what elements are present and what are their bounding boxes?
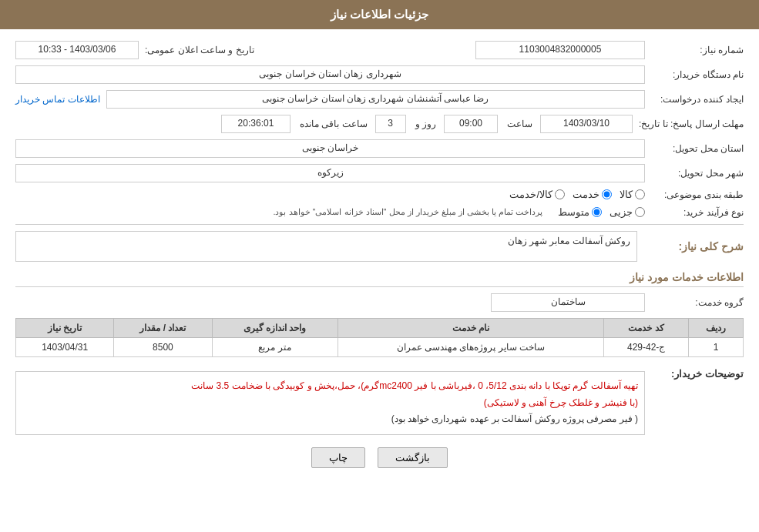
print-button[interactable]: چاپ (311, 447, 365, 468)
buyer-org-value: شهرداری زهان استان خراسان جنوبی (15, 65, 645, 84)
service-group-label: گروه خدمت: (651, 297, 744, 308)
service-group-value: ساختمان (491, 293, 645, 312)
deadline-days-label: روز و (415, 119, 436, 129)
purchase-type-motavaset: متوسط (558, 206, 602, 218)
services-table: ردیف کد خدمت نام خدمت واحد اندازه گیری ت… (15, 318, 744, 357)
creator-label: ایجاد کننده درخواست: (651, 94, 744, 105)
category-label: طبقه بندی موضوعی: (651, 189, 744, 200)
buyer-desc-line-2: (با فنیشر و غلطک چرخ آهنی و لاستیکی) (22, 395, 638, 412)
col-header-unit: واحد اندازه گیری (212, 319, 338, 338)
city-row: شهر محل تحویل: زیرکوه (15, 164, 744, 182)
table-head: ردیف کد خدمت نام خدمت واحد اندازه گیری ت… (16, 319, 744, 338)
deadline-time-label: ساعت (507, 119, 532, 129)
province-value: خراسان جنوبی (15, 139, 645, 158)
need-number-label: شماره نیاز: (651, 45, 744, 55)
button-row: بازگشت چاپ (15, 447, 744, 468)
category-label-khedmat: خدمت (573, 189, 599, 200)
category-radio-khedmat[interactable] (602, 189, 612, 199)
announcement-date-label: تاریخ و ساعت اعلان عمومی: (145, 45, 254, 55)
deadline-label: مهلت ارسال پاسخ: تا تاریخ: (639, 119, 744, 129)
category-radio-kala[interactable] (635, 189, 645, 199)
deadline-date-value: 1403/03/10 (540, 115, 633, 133)
buyer-description-row: توضیحات خریدار: تهیه آسفالت گرم توپکا با… (15, 365, 744, 435)
deadline-remaining-value: 20:36:01 (221, 115, 291, 133)
city-value: زیرکوه (15, 164, 645, 182)
province-label: استان محل تحویل: (651, 143, 744, 154)
purchase-type-note: پرداخت تمام یا بخشی از مبلغ خریدار از مح… (273, 207, 542, 217)
table-row: 1 ج-42-429 ساخت سایر پروژه‌های مهندسی عم… (16, 338, 744, 357)
category-label-kala-khedmat: کالا/خدمت (509, 189, 552, 200)
deadline-remaining-label: ساعت باقی مانده (300, 119, 368, 129)
need-description-value: روکش آسفالت معابر شهر زهان (15, 231, 637, 262)
need-description-row: شرح کلی نیاز: روکش آسفالت معابر شهر زهان (15, 231, 744, 262)
purchase-type-jozi: جزیی (610, 206, 645, 218)
col-header-code: کد خدمت (604, 319, 689, 338)
buyer-description-box: تهیه آسفالت گرم توپکا با دانه بندی 5/12،… (15, 371, 645, 435)
category-option-kala: کالا (620, 189, 645, 200)
deadline-row: مهلت ارسال پاسخ: تا تاریخ: 1403/03/10 سا… (15, 115, 744, 133)
category-radio-kala-khedmat[interactable] (555, 189, 565, 199)
purchase-type-label-jozi: جزیی (610, 206, 633, 218)
page-container: جزئیات اطلاعات نیاز شماره نیاز: 11030048… (0, 0, 759, 532)
cell-date: 1403/04/31 (16, 338, 114, 357)
category-label-kala: کالا (620, 189, 633, 200)
divider-1 (15, 224, 744, 225)
cell-qty: 8500 (114, 338, 212, 357)
col-header-row: ردیف (688, 319, 743, 338)
purchase-type-radio-jozi[interactable] (635, 207, 645, 217)
main-content: شماره نیاز: 1103004832000005 تاریخ و ساع… (0, 29, 759, 492)
buyer-description-label: توضیحات خریدار: (651, 365, 744, 380)
cell-name: ساخت سایر پروژه‌های مهندسی عمران (338, 338, 604, 357)
buyer-desc-line-3: ( فیر مصرفی پروژه روکش آسفالت بر عهده شه… (22, 411, 638, 428)
category-option-kala-khedmat: کالا/خدمت (509, 189, 565, 200)
creator-row: ایجاد کننده درخواست: رضا عباسی آتشنشان ش… (15, 90, 744, 109)
buyer-org-label: نام دستگاه خریدار: (651, 69, 744, 80)
buyer-desc-line-1: تهیه آسفالت گرم توپکا با دانه بندی 5/12،… (22, 378, 638, 395)
col-header-name: نام خدمت (338, 319, 604, 338)
services-section-title: اطلاعات خدمات مورد نیاز (15, 271, 744, 287)
need-description-label: شرح کلی نیاز: (643, 240, 744, 253)
col-header-qty: تعداد / مقدار (114, 319, 212, 338)
buyer-org-row: نام دستگاه خریدار: شهرداری زهان استان خر… (15, 65, 744, 84)
purchase-type-radio-group: جزیی متوسط (558, 206, 645, 218)
table-body: 1 ج-42-429 ساخت سایر پروژه‌های مهندسی عم… (16, 338, 744, 357)
service-group-row: گروه خدمت: ساختمان (15, 293, 744, 312)
purchase-type-radio-motavaset[interactable] (592, 207, 602, 217)
cell-unit: متر مربع (212, 338, 338, 357)
table-header-row: ردیف کد خدمت نام خدمت واحد اندازه گیری ت… (16, 319, 744, 338)
page-title: جزئیات اطلاعات نیاز (331, 8, 428, 21)
purchase-type-label: نوع فرآیند خرید: (651, 207, 744, 218)
cell-row-num: 1 (688, 338, 743, 357)
province-row: استان محل تحویل: خراسان جنوبی (15, 139, 744, 158)
cell-code: ج-42-429 (604, 338, 689, 357)
contact-link[interactable]: اطلاعات تماس خریدار (15, 94, 100, 105)
deadline-time-value: 09:00 (444, 115, 498, 133)
creator-value: رضا عباسی آتشنشان شهرداری زهان استان خرا… (106, 90, 645, 109)
deadline-days-value: 3 (375, 115, 406, 133)
need-number-value: 1103004832000005 (475, 41, 645, 59)
page-header: جزئیات اطلاعات نیاز (0, 0, 759, 29)
announcement-date-value: 1403/03/06 - 10:33 (15, 41, 139, 59)
city-label: شهر محل تحویل: (651, 168, 744, 179)
back-button[interactable]: بازگشت (378, 447, 448, 468)
need-number-row: شماره نیاز: 1103004832000005 تاریخ و ساع… (15, 41, 744, 59)
category-row: طبقه بندی موضوعی: کالا خدمت کالا/خدمت (15, 189, 744, 200)
purchase-type-row: نوع فرآیند خرید: جزیی متوسط پرداخت تمام … (15, 206, 744, 218)
category-option-khedmat: خدمت (573, 189, 612, 200)
purchase-type-label-motavaset: متوسط (558, 206, 589, 218)
col-header-date: تاریخ نیاز (16, 319, 114, 338)
category-radio-group: کالا خدمت کالا/خدمت (509, 189, 645, 200)
